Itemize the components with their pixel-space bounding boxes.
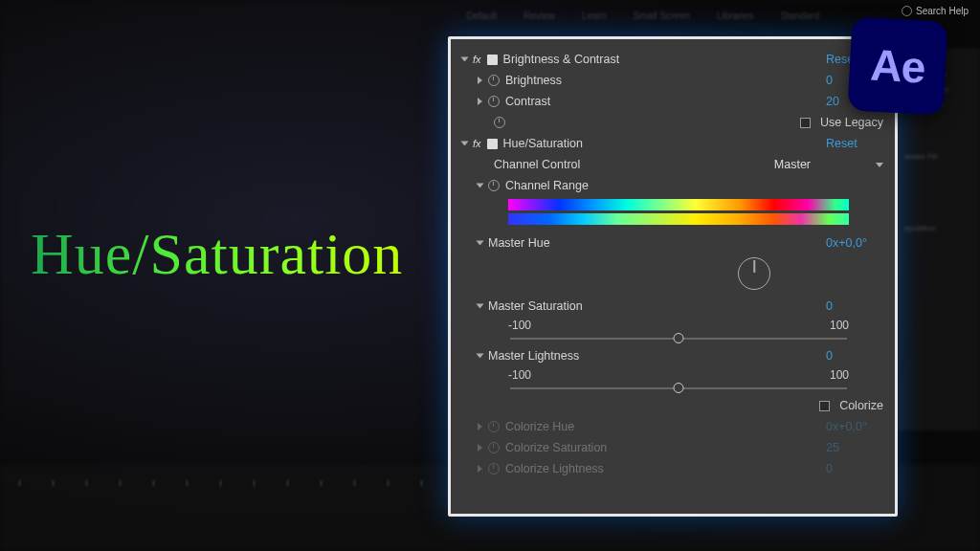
prop-colorize-lightness: Colorize Lightness 0 <box>462 458 883 479</box>
workspace-menu: Default Review Learn Small Screen Librar… <box>0 6 980 25</box>
effect-badge-icon <box>487 55 498 65</box>
search-help[interactable]: Search Help <box>902 6 969 16</box>
effect-badge-icon <box>487 139 498 149</box>
disclosure-icon[interactable] <box>477 304 484 309</box>
master-hue-value[interactable]: 0x+0,0° <box>826 236 883 250</box>
prop-master-hue: Master Hue 0x+0,0° <box>462 232 883 253</box>
effect-controls-panel: fx Brightness & Contrast Reset Brightnes… <box>448 36 898 517</box>
prop-channel-range: Channel Range <box>462 175 883 196</box>
prop-brightness: Brightness 0 <box>462 70 883 91</box>
effect-hue-saturation-header[interactable]: fx Hue/Saturation Reset <box>462 133 883 154</box>
master-light-value[interactable]: 0 <box>826 349 883 363</box>
stopwatch-icon <box>488 421 500 432</box>
effect-name: Brightness & Contrast <box>503 53 820 66</box>
disclosure-icon <box>478 423 482 430</box>
stopwatch-icon[interactable] <box>488 96 500 107</box>
stopwatch-icon <box>488 463 500 474</box>
stopwatch-icon[interactable] <box>494 117 505 128</box>
prop-master-lightness: Master Lightness 0 <box>462 345 883 366</box>
disclosure-icon[interactable] <box>478 77 482 84</box>
slider-thumb[interactable] <box>674 383 684 393</box>
legacy-checkbox[interactable] <box>800 118 811 128</box>
prop-legacy: Use Legacy <box>462 112 883 133</box>
prop-contrast: Contrast 20 <box>462 91 883 112</box>
hue-dial[interactable] <box>738 257 770 290</box>
disclosure-icon[interactable] <box>461 142 469 146</box>
hue-spectrum-bottom[interactable] <box>508 213 849 225</box>
disclosure-icon[interactable] <box>477 184 484 188</box>
disclosure-icon[interactable] <box>461 57 469 62</box>
chevron-down-icon <box>876 163 883 167</box>
prop-master-saturation: Master Saturation 0 <box>462 296 883 317</box>
stopwatch-icon[interactable] <box>488 180 500 191</box>
disclosure-icon <box>478 444 482 452</box>
stopwatch-icon <box>488 442 500 453</box>
effect-name: Hue/Saturation <box>503 137 820 150</box>
prop-channel-control: Channel Control Master <box>462 154 883 175</box>
prop-colorize-saturation: Colorize Saturation 25 <box>462 437 883 458</box>
fx-icon[interactable]: fx <box>473 138 481 149</box>
prop-colorize: Colorize <box>462 395 883 416</box>
slider-thumb[interactable] <box>674 333 684 343</box>
hue-spectrum-top[interactable] <box>508 199 849 210</box>
master-sat-value[interactable]: 0 <box>826 299 883 313</box>
disclosure-icon[interactable] <box>477 354 484 359</box>
saturation-slider[interactable]: -100 100 <box>508 319 849 340</box>
disclosure-icon[interactable] <box>477 241 484 246</box>
after-effects-logo: Ae <box>848 16 948 115</box>
fx-icon[interactable]: fx <box>473 54 481 65</box>
prop-colorize-hue: Colorize Hue 0x+0,0° <box>462 416 883 437</box>
lightness-slider[interactable]: -100 100 <box>508 368 849 389</box>
reset-link[interactable]: Reset <box>826 137 883 150</box>
effect-brightness-contrast-header[interactable]: fx Brightness & Contrast Reset <box>462 49 883 70</box>
colorize-checkbox[interactable] <box>819 401 830 411</box>
title-graphic: Hue/Saturation <box>31 220 403 288</box>
disclosure-icon <box>478 465 482 473</box>
channel-control-dropdown[interactable]: Master <box>774 158 883 171</box>
stopwatch-icon[interactable] <box>488 75 500 86</box>
disclosure-icon[interactable] <box>478 98 482 105</box>
